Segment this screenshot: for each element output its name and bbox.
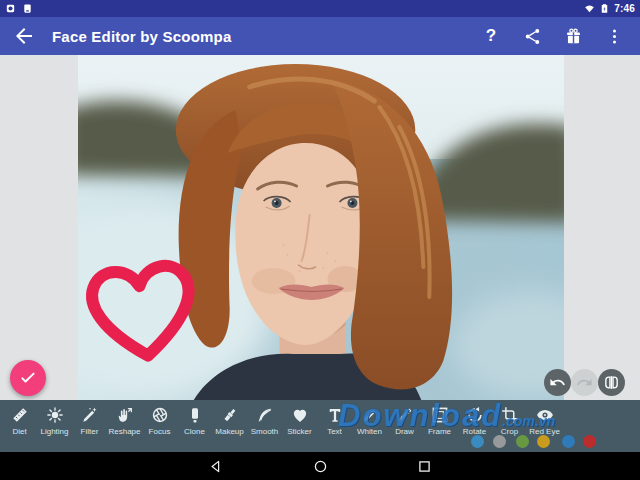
tool-focus[interactable]: Focus <box>142 400 177 452</box>
more-vert-icon <box>605 27 624 46</box>
portrait-photo <box>78 55 564 400</box>
clock: 7:46 <box>614 3 635 14</box>
nav-home-icon <box>312 458 329 475</box>
tool-reshape[interactable]: Reshape <box>107 400 142 452</box>
undo-icon <box>549 374 566 391</box>
notification-icon <box>5 3 16 14</box>
crop-icon <box>501 406 519 424</box>
tool-crop[interactable]: Crop <box>492 400 527 452</box>
nav-recents-button[interactable] <box>414 456 434 476</box>
wand-icon <box>81 406 99 424</box>
heart-icon <box>291 406 309 424</box>
back-button[interactable] <box>12 24 36 48</box>
tool-rotate[interactable]: Rotate <box>457 400 492 452</box>
compare-button[interactable] <box>598 369 625 396</box>
tool-sticker[interactable]: Sticker <box>282 400 317 452</box>
tube-icon <box>186 406 204 424</box>
nav-back-button[interactable] <box>206 456 226 476</box>
tool-text[interactable]: Text <box>317 400 352 452</box>
tool-clone[interactable]: Clone <box>177 400 212 452</box>
eye-icon <box>536 406 554 424</box>
redo-icon <box>576 374 593 391</box>
feather-icon <box>256 406 274 424</box>
gift-button[interactable] <box>561 24 585 48</box>
tool-filter[interactable]: Filter <box>72 400 107 452</box>
pinch-icon <box>116 406 134 424</box>
android-nav-bar <box>0 452 640 480</box>
ruler-icon <box>11 406 29 424</box>
share-icon <box>523 27 542 46</box>
text-icon <box>326 406 344 424</box>
photo-canvas[interactable] <box>78 55 564 400</box>
redo-button[interactable] <box>571 369 598 396</box>
tool-red-eye[interactable]: Red Eye <box>527 400 562 452</box>
page-title: Face Editor by Scoompa <box>52 28 231 45</box>
tool-makeup[interactable]: Makeup <box>212 400 247 452</box>
status-bar: 7:46 <box>0 0 640 17</box>
share-button[interactable] <box>520 24 544 48</box>
before-after-icon <box>603 374 620 391</box>
tool-strip-bar: DietLightingFilterReshapeFocusCloneMakeu… <box>0 400 640 452</box>
apply-fab[interactable] <box>10 360 46 396</box>
frame-icon <box>431 406 449 424</box>
aperture-icon <box>151 406 169 424</box>
help-icon: ? <box>486 26 496 46</box>
battery-icon <box>599 3 610 14</box>
gift-icon <box>564 27 583 46</box>
overflow-menu-button[interactable] <box>602 24 626 48</box>
help-button[interactable]: ? <box>479 24 503 48</box>
pencil-icon <box>396 406 414 424</box>
arrow-left-icon <box>12 24 36 48</box>
tool-whiten[interactable]: Whiten <box>352 400 387 452</box>
pen-icon <box>361 406 379 424</box>
check-icon <box>19 369 37 387</box>
nav-home-button[interactable] <box>310 456 330 476</box>
tool-strip: DietLightingFilterReshapeFocusCloneMakeu… <box>0 400 640 452</box>
screen: 7:46 Face Editor by Scoompa ? <box>0 0 640 480</box>
tool-diet[interactable]: Diet <box>2 400 37 452</box>
rotate-icon <box>466 406 484 424</box>
app-bar: Face Editor by Scoompa ? <box>0 17 640 55</box>
tool-draw[interactable]: Draw <box>387 400 422 452</box>
tool-frame[interactable]: Frame <box>422 400 457 452</box>
nav-back-icon <box>208 458 225 475</box>
nav-recents-icon <box>416 458 433 475</box>
wifi-icon <box>584 3 595 14</box>
notification-icon <box>22 3 33 14</box>
undo-button[interactable] <box>544 369 571 396</box>
tool-lighting[interactable]: Lighting <box>37 400 72 452</box>
tool-smooth[interactable]: Smooth <box>247 400 282 452</box>
lipstick-icon <box>221 406 239 424</box>
sun-icon <box>46 406 64 424</box>
editor-canvas-area <box>0 55 640 400</box>
